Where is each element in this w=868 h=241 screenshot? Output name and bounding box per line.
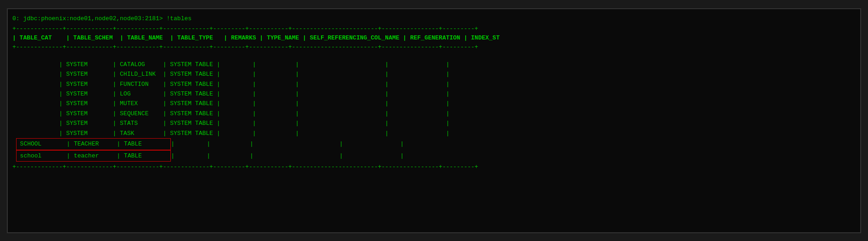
table-container: +-------------+-------------+-----------… [8, 25, 860, 171]
divider-mid: +-------------+-------------+-----------… [12, 44, 856, 51]
table-row: | SYSTEM | CATALOG | SYSTEM TABLE | | | … [12, 60, 856, 69]
row-pipe-prefix [12, 139, 16, 149]
terminal-window: 0: jdbc:phoenix:node01,node02,node03:218… [7, 8, 861, 233]
table-row: | SYSTEM | FUNCTION | SYSTEM TABLE | | |… [12, 79, 856, 89]
table-row: | SYSTEM | MUTEX | SYSTEM TABLE | | | | … [12, 99, 856, 108]
divider-bottom: +-------------+-------------+-----------… [12, 163, 856, 171]
highlighted-row-school-upper: SCHOOL | TEACHER | TABLE | | | | | [12, 138, 856, 150]
blank-spacer [12, 51, 856, 60]
table-header: | TABLE_CAT | TABLE_SCHEM | TABLE_NAME |… [12, 33, 856, 43]
highlighted-row-school-lower: school | teacher | TABLE | | | | | [12, 150, 856, 162]
command-line: 0: jdbc:phoenix:node01,node02,node03:218… [8, 14, 860, 25]
table-row: | SYSTEM | SEQUENCE | SYSTEM TABLE | | |… [12, 109, 856, 118]
table-row: | SYSTEM | LOG | SYSTEM TABLE | | | | | [12, 89, 856, 99]
row-pipe-suffix: | | | | | [171, 139, 404, 149]
highlighted-content: SCHOOL | TEACHER | TABLE [16, 138, 171, 150]
table-row: | SYSTEM | STATS | SYSTEM TABLE | | | | … [12, 118, 856, 128]
row-pipe-prefix2 [12, 151, 16, 161]
table-row: | SYSTEM | CHILD_LINK | SYSTEM TABLE | |… [12, 69, 856, 79]
highlighted-content2: school | teacher | TABLE [16, 150, 171, 162]
divider-top: +-------------+-------------+-----------… [12, 25, 856, 33]
row-pipe-suffix2: | | | | | [171, 151, 404, 161]
table-row: | SYSTEM | TASK | SYSTEM TABLE | | | | | [12, 129, 856, 138]
